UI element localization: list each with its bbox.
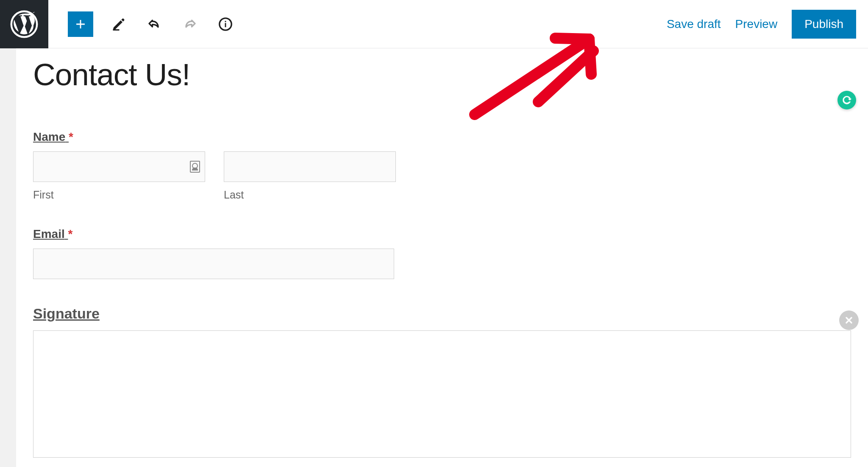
svg-rect-1 — [113, 29, 120, 31]
redo-icon — [182, 17, 198, 32]
name-field-group: Name * First Last — [33, 130, 851, 201]
email-input[interactable] — [33, 249, 394, 279]
redo-button — [180, 14, 200, 34]
undo-button[interactable] — [144, 14, 164, 34]
editor-canvas: Contact Us! Name * First Last — [0, 48, 868, 467]
editor-topbar: Save draft Preview Publish — [0, 0, 868, 48]
grammarly-icon — [841, 95, 852, 106]
edit-mode-button[interactable] — [108, 14, 129, 34]
autofill-contact-icon[interactable] — [190, 161, 200, 173]
close-icon — [844, 315, 854, 325]
last-name-input[interactable] — [224, 151, 396, 182]
page-content: Contact Us! Name * First Last — [16, 48, 868, 467]
first-name-input[interactable] — [33, 151, 205, 182]
save-draft-button[interactable]: Save draft — [667, 17, 721, 31]
plus-icon — [73, 17, 88, 31]
signature-field-group: Signature — [33, 305, 851, 458]
page-title[interactable]: Contact Us! — [33, 57, 851, 92]
signature-label: Signature — [33, 305, 100, 322]
toolbar-left — [48, 11, 236, 37]
publish-button[interactable]: Publish — [792, 10, 856, 39]
svg-rect-3 — [225, 23, 226, 27]
dismiss-button[interactable] — [839, 310, 859, 330]
info-button[interactable] — [215, 14, 236, 34]
toolbar-right: Save draft Preview Publish — [667, 10, 868, 39]
signature-pad[interactable] — [33, 330, 851, 458]
email-label-text: Email — [33, 227, 65, 240]
name-label: Name * — [33, 130, 73, 144]
wordpress-logo[interactable] — [0, 0, 48, 48]
required-asterisk: * — [69, 130, 73, 144]
grammarly-button[interactable] — [837, 91, 856, 109]
required-asterisk: * — [68, 227, 72, 241]
undo-icon — [147, 17, 162, 32]
email-field-group: Email * — [33, 227, 851, 279]
svg-rect-4 — [225, 21, 226, 22]
email-label: Email * — [33, 227, 72, 241]
last-name-sublabel: Last — [224, 189, 396, 201]
name-label-text: Name — [33, 130, 65, 143]
wordpress-logo-icon — [10, 10, 38, 38]
first-name-sublabel: First — [33, 189, 205, 201]
info-icon — [218, 17, 233, 31]
preview-button[interactable]: Preview — [735, 17, 778, 31]
add-block-button[interactable] — [68, 11, 93, 37]
pencil-icon — [111, 17, 126, 32]
